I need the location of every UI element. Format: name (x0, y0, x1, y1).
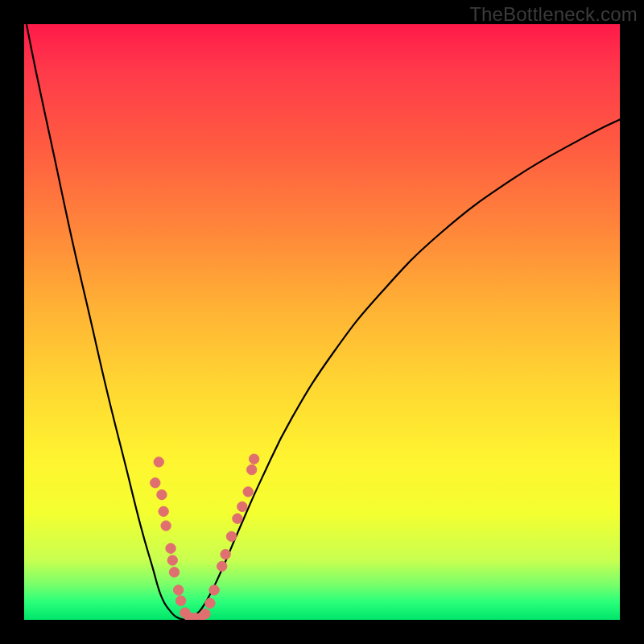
data-dot (233, 514, 242, 523)
data-dot (209, 585, 219, 595)
data-dot (154, 457, 163, 467)
data-dot (221, 549, 230, 559)
data-dot (246, 464, 256, 474)
data-dot (205, 598, 215, 608)
data-dot (166, 543, 175, 553)
chart-frame: TheBottleneck.com (0, 0, 644, 644)
data-dot (161, 521, 171, 530)
data-dot (159, 506, 168, 516)
curve-left-branch (24, 24, 185, 620)
data-dot (175, 596, 185, 605)
data-dot (217, 561, 226, 571)
data-dot (200, 609, 210, 618)
data-dot (249, 454, 258, 464)
data-dot (226, 531, 236, 541)
plot-area (24, 24, 620, 620)
data-dot (157, 489, 167, 499)
data-dot (237, 502, 247, 511)
data-dot (167, 555, 177, 565)
data-dot (169, 568, 179, 577)
chart-svg (24, 24, 620, 620)
data-dot (173, 585, 183, 595)
data-dot (243, 487, 253, 497)
data-dot (151, 478, 160, 488)
curve-group (24, 24, 620, 620)
curve-right-branch (185, 119, 620, 620)
watermark-text: TheBottleneck.com (469, 3, 638, 26)
dot-group (151, 454, 259, 620)
